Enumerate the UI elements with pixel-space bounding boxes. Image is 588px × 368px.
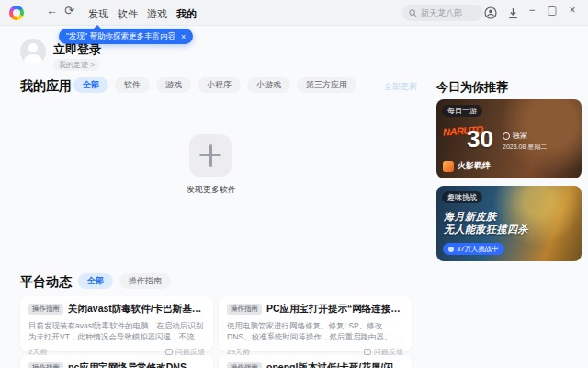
tooltip-arrow [94, 25, 101, 29]
challenge-line2: 无人能敌狂揽四杀 [444, 223, 528, 236]
news-tag: 操作指南 [28, 362, 63, 368]
tooltip-text: "发现" 帮助你探索更多丰富内容 [66, 31, 175, 42]
calendar-date: 2023.08 星期二 [503, 143, 547, 152]
challenge-card[interactable]: 趣味挑战 海月新皮肤 无人能敌狂揽四杀 37万人挑战中 [436, 186, 582, 261]
news-tag: 操作指南 [227, 304, 262, 315]
search-input[interactable]: 新天龙八部 [402, 5, 483, 21]
login-button[interactable]: 立即登录 [53, 41, 101, 58]
game-icon [443, 161, 454, 172]
back-button[interactable]: ← [46, 4, 58, 17]
players-pill: 37万人挑战中 [443, 243, 504, 255]
news-card[interactable]: 操作指南 pc应用宝网络异常修改DNS教程 [20, 355, 213, 368]
challenge-badge: 趣味挑战 [442, 191, 482, 203]
tab-thirdparty[interactable]: 第三方应用 [297, 77, 356, 93]
game-name-row: 火影羁绊 [443, 160, 491, 172]
news-tag: 操作指南 [227, 362, 262, 368]
tab-games[interactable]: 游戏 [156, 77, 191, 93]
nav-tab-software[interactable]: 软件 [118, 7, 138, 21]
nav-tab-mine[interactable]: 我的 [176, 7, 197, 21]
feed-title: 平台动态 [20, 274, 72, 291]
news-title: PC应用宝打开提示“网络连接错误” [266, 303, 403, 316]
news-card[interactable]: 操作指南 PC应用宝打开提示“网络连接错误” 使用电脑管家进行网络修复、修复LS… [219, 296, 412, 351]
comment-icon [165, 349, 173, 355]
recommend-title: 今日为你推荐 [436, 79, 508, 96]
news-title: pc应用宝网络异常修改DNS教程 [68, 362, 205, 368]
feed-tab-all[interactable]: 全部 [78, 273, 113, 289]
nav-tab-games[interactable]: 游戏 [147, 7, 167, 21]
daily-game-badge: 每日一游 [442, 105, 482, 117]
tab-software[interactable]: 软件 [115, 77, 150, 93]
tab-miniprograms[interactable]: 小程序 [198, 77, 241, 93]
news-body: 目前发现装有avast防毒软件的电脑，在启动后识别为未打开VT，此种情况会导致模… [28, 320, 205, 342]
add-more-apps-button[interactable] [189, 134, 232, 177]
calendar-icon [503, 132, 510, 140]
news-title: 关闭avast防毒软件/卡巴斯基减少卡顿现象 [68, 303, 205, 316]
profile-sub-link[interactable]: 我的足迹 > [53, 59, 100, 71]
app-logo-icon [9, 6, 24, 20]
search-icon [409, 9, 417, 17]
maximize-button[interactable]: ▢ [544, 4, 560, 17]
add-more-caption: 发现更多软件 [147, 184, 276, 196]
avatar[interactable] [20, 39, 46, 64]
close-button[interactable]: × [564, 4, 581, 17]
feed-tabs: 全部 操作指南 [78, 273, 171, 289]
account-icon[interactable] [483, 6, 498, 20]
download-manager-icon[interactable] [505, 6, 520, 20]
my-apps-title: 我的应用 [20, 78, 72, 95]
game-name: 火影羁绊 [458, 160, 491, 172]
tooltip-close-icon[interactable]: × [181, 32, 186, 41]
news-body: 使用电脑管家进行网络修复、修复LSP、修改DNS、校准系统时间等操作，然后重启路… [227, 320, 403, 342]
feed-tab-guide[interactable]: 操作指南 [119, 273, 171, 289]
my-apps-tabs: 全部 软件 游戏 小程序 小游戏 第三方应用 [74, 77, 356, 93]
daily-game-card[interactable]: 每日一游 NARUTO 30 独家 2023.08 星期二 火影羁绊 [436, 99, 582, 178]
tab-minigames[interactable]: 小游戏 [247, 77, 290, 93]
tab-all[interactable]: 全部 [74, 77, 108, 93]
calendar-day: 30 [467, 125, 493, 154]
minimize-button[interactable]: − [524, 4, 540, 17]
news-card[interactable]: 操作指南 关闭avast防毒软件/卡巴斯基减少卡顿现象 目前发现装有avast防… [20, 296, 213, 351]
challenge-line1: 海月新皮肤 [444, 210, 497, 224]
comment-icon [364, 349, 371, 355]
refresh-button[interactable]: ⟳ [64, 4, 74, 17]
exclusive-tag: 独家 [503, 131, 527, 141]
news-tag: 操作指南 [28, 304, 63, 315]
nav-tab-discover[interactable]: 发现 [88, 7, 108, 21]
news-card[interactable]: 操作指南 opengl版本过低/卡死/花屏/闪退，升级显卡驱动… [219, 355, 412, 368]
players-icon [448, 247, 454, 252]
update-all-link[interactable]: 全部更新 [384, 81, 417, 93]
search-placeholder: 新天龙八部 [421, 7, 462, 19]
news-title: opengl版本过低/卡死/花屏/闪退，升级显卡驱动… [266, 362, 403, 368]
players-count: 37万人挑战中 [457, 245, 499, 254]
